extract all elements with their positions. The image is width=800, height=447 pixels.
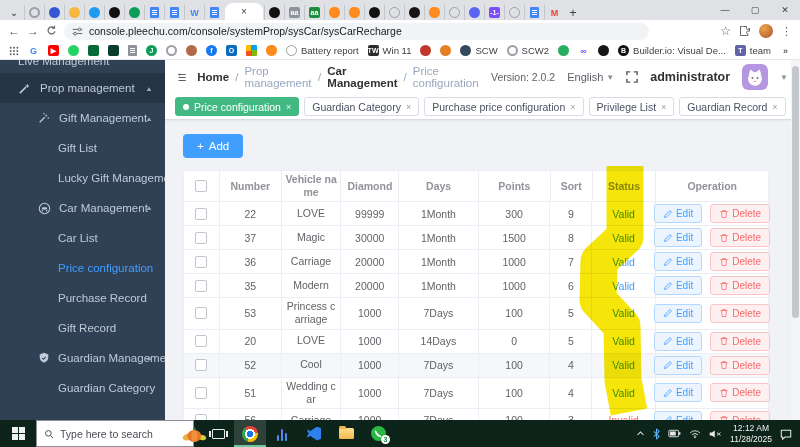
breadcrumb-item[interactable]: Prop management <box>244 65 312 89</box>
taskbar-search[interactable]: Type here to search <box>36 420 194 447</box>
tab-favicon-gmail[interactable]: M <box>544 5 564 20</box>
whatsapp-icon[interactable]: 3 <box>362 420 394 447</box>
tab-favicon-docs[interactable] <box>204 5 224 20</box>
tab-favicon-flame[interactable] <box>424 5 444 20</box>
row-checkbox[interactable] <box>195 208 207 220</box>
delete-button[interactable]: Delete <box>710 276 770 295</box>
row-checkbox[interactable] <box>195 232 207 244</box>
status-link[interactable]: Valid <box>612 335 635 347</box>
action-center-icon[interactable] <box>780 428 792 440</box>
close-icon[interactable]: × <box>772 102 777 112</box>
extensions-icon[interactable] <box>739 25 751 37</box>
tab-chip-privilege-list[interactable]: Privilege List× <box>589 97 675 116</box>
status-link[interactable]: Valid <box>612 232 635 244</box>
bookmark-win11[interactable]: TWWin 11 <box>368 45 412 56</box>
status-link[interactable]: Valid <box>612 280 635 292</box>
breadcrumb-item[interactable]: Car Management <box>327 65 397 89</box>
tab-chip-guardian-category[interactable]: Guardian Category× <box>304 97 419 116</box>
user-menu-caret-icon[interactable]: ▼ <box>780 73 788 82</box>
status-link[interactable]: Valid <box>612 208 635 220</box>
user-avatar[interactable] <box>742 64 768 90</box>
sidebar-item-price-configuration[interactable]: Price configuration <box>0 253 165 283</box>
audio-mixer-icon[interactable] <box>266 420 298 447</box>
tab-favicon-globe[interactable] <box>504 5 524 20</box>
bookmark-google[interactable]: G <box>28 45 39 56</box>
tab-favicon-black-circle[interactable] <box>364 5 384 20</box>
profile-avatar[interactable] <box>759 24 773 38</box>
edit-button[interactable]: Edit <box>654 252 702 271</box>
scrollbar-thumb[interactable] <box>792 66 799 318</box>
add-button[interactable]: +Add <box>183 134 243 158</box>
tab-favicon-black-circle[interactable] <box>104 5 124 20</box>
sidebar-item-car-list[interactable]: Car List <box>0 223 165 253</box>
tab-close-icon[interactable]: × <box>241 7 247 17</box>
tab-favicon-purple[interactable]: -1- <box>484 5 504 20</box>
edit-button[interactable]: Edit <box>654 228 702 247</box>
bookmark-infinity[interactable]: ∞ <box>578 45 589 56</box>
tab-favicon-green-circle[interactable] <box>124 5 144 20</box>
breadcrumb-item[interactable]: Price configuration <box>413 65 481 89</box>
close-button[interactable]: ✕ <box>770 0 800 20</box>
edit-button[interactable]: Edit <box>654 332 702 351</box>
close-icon[interactable]: × <box>570 102 575 112</box>
tab-favicon-aa-gray[interactable]: aa <box>284 5 304 20</box>
sidebar-item-gift-management[interactable]: Gift Management▲ <box>0 103 165 133</box>
bookmark-apps-grid[interactable] <box>8 45 19 56</box>
bookmark-battery-report[interactable]: Battery report <box>286 45 359 56</box>
language-select[interactable]: English▼ <box>567 71 614 83</box>
tab-favicon-globe[interactable] <box>384 5 404 20</box>
tab-favicon-docs[interactable] <box>144 5 164 20</box>
bookmark-builder[interactable]: BBuilder.io: Visual De... <box>618 45 726 56</box>
tab-favicon-yellow[interactable] <box>64 5 84 20</box>
new-tab-button[interactable]: + <box>564 5 582 20</box>
status-link[interactable]: Valid <box>612 256 635 268</box>
bookmark-j-circle[interactable]: J <box>146 45 157 56</box>
bluetooth-icon[interactable] <box>653 428 660 440</box>
tab-favicon-black-circle[interactable] <box>264 5 284 20</box>
tray-chevron-icon[interactable] <box>636 429 645 438</box>
bookmark-overflow[interactable]: » <box>780 45 791 56</box>
sidebar-item-prop-management[interactable]: Prop management▲ <box>0 73 165 103</box>
bookmark-doc[interactable] <box>128 45 137 56</box>
scrollbar-track[interactable] <box>791 60 800 420</box>
bookmark-flame[interactable] <box>266 45 277 56</box>
wifi-icon[interactable] <box>689 429 701 439</box>
sidebar-item-purchase-record[interactable]: Purchase Record <box>0 283 165 313</box>
bookmark-scw2[interactable]: SCW2 <box>507 45 549 56</box>
volume-muted-icon[interactable] <box>709 429 722 439</box>
delete-button[interactable]: Delete <box>710 228 770 247</box>
row-checkbox[interactable] <box>195 335 207 347</box>
bookmark-flag[interactable] <box>88 45 99 56</box>
bookmark-stopwatch[interactable] <box>166 45 177 56</box>
close-icon[interactable]: × <box>406 102 411 112</box>
collapse-sidebar-icon[interactable] <box>177 71 187 84</box>
bookmark-microsoft[interactable] <box>246 45 257 56</box>
delete-button[interactable]: Delete <box>710 252 770 271</box>
tab-favicon-github[interactable] <box>404 5 424 20</box>
address-bar[interactable]: console.pleechu.com/console/systemProp/s… <box>64 23 649 40</box>
menu-kebab-icon[interactable]: ⋮ <box>781 25 792 38</box>
forward-button[interactable]: → <box>27 25 39 37</box>
status-link[interactable]: Valid <box>612 307 635 319</box>
edit-button[interactable]: Edit <box>654 304 702 323</box>
bookmark-whatsapp[interactable] <box>68 45 79 56</box>
tab-favicon-w[interactable]: W <box>184 5 204 20</box>
edit-button[interactable]: Edit <box>654 204 702 223</box>
bookmark-outlook[interactable]: O <box>226 45 237 56</box>
active-tab[interactable]: × <box>225 3 263 20</box>
tab-favicon-settings[interactable] <box>24 5 44 20</box>
delete-button[interactable]: Delete <box>710 204 770 223</box>
taskbar-clock[interactable]: 12:12 AM11/28/2025 <box>730 423 772 444</box>
bookmark-facebook[interactable]: f <box>206 45 217 56</box>
bookmark-team[interactable]: Tteam <box>735 45 771 56</box>
bookmark-camera[interactable] <box>440 45 451 56</box>
delete-button[interactable]: Delete <box>710 383 770 402</box>
edit-button[interactable]: Edit <box>654 276 702 295</box>
sidebar-item-gift-record[interactable]: Gift Record <box>0 313 165 343</box>
sidebar-item-lucky-gift-management[interactable]: Lucky Gift Management <box>0 163 165 193</box>
maximize-button[interactable]: ▢ <box>740 0 770 20</box>
row-checkbox[interactable] <box>195 387 207 399</box>
tab-favicon-flame[interactable] <box>324 5 344 20</box>
bookmark-camera2[interactable] <box>558 45 569 56</box>
tab-favicon-twitter[interactable] <box>84 5 104 20</box>
